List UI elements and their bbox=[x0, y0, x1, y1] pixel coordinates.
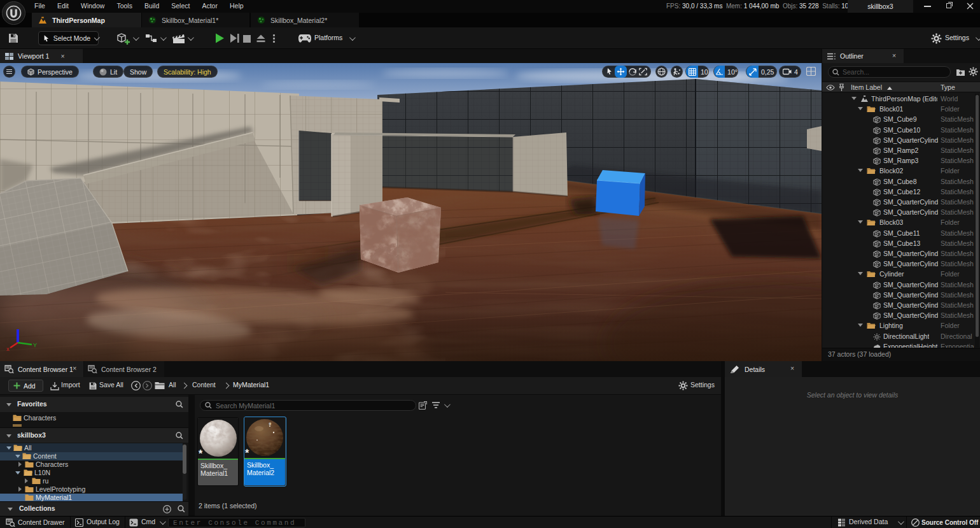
svg-text:Y: Y bbox=[33, 342, 37, 348]
svg-text:x: x bbox=[6, 346, 10, 352]
